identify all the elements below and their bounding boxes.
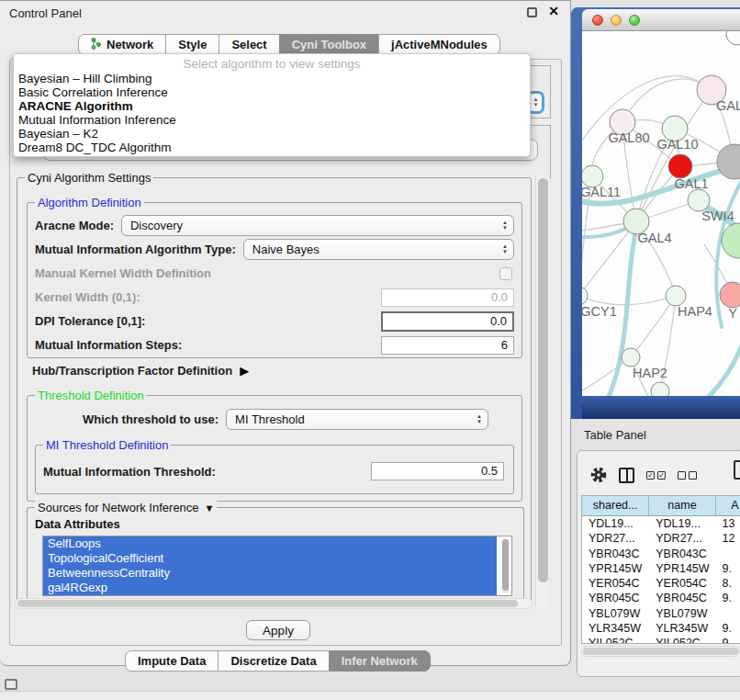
table-cell: YDL19... (582, 516, 649, 531)
page-icon[interactable] (734, 460, 740, 480)
table-header-row: shared...nameA (582, 496, 740, 516)
network-node-GAL1[interactable] (668, 154, 692, 178)
node-table[interactable]: shared...nameA YDL19...YDL19...13YDR27..… (581, 495, 740, 644)
network-icon (91, 38, 102, 52)
control-panel-window: Control Panel ✕ NetworkStyleSelectCyni T… (0, 0, 571, 666)
network-window-titlebar[interactable] (582, 9, 740, 31)
network-view-window: GALGAL80GAL10GAL1GAL11SWI4GAL4GCY1HAP4YH… (571, 7, 740, 419)
expander-down-icon[interactable]: ▼ (205, 502, 215, 514)
tab-discretize-data[interactable]: Discretize Data (218, 650, 329, 672)
table-cell: 13 (716, 516, 740, 531)
float-window-icon[interactable] (527, 7, 537, 17)
network-edge-highlighted[interactable] (670, 329, 740, 396)
table-row[interactable]: YBR045CYBR045C9. (582, 591, 740, 605)
attribute-item-gal4rgexp[interactable]: gal4RGexp (43, 581, 497, 595)
network-node-bottom-edge-node[interactable] (651, 382, 669, 396)
settings-horizontal-scrollbar[interactable] (15, 598, 533, 609)
mi-threshold-field[interactable]: 0.5 (371, 462, 504, 480)
checked-pair-icon[interactable]: ✓✓ (646, 471, 666, 480)
which-threshold-select[interactable]: MI Threshold ▲▼ (226, 409, 488, 430)
table-cell: 9 (716, 636, 740, 644)
tab-cyni-toolbox[interactable]: Cyni Toolbox (279, 34, 379, 55)
close-traffic-light-icon[interactable] (592, 15, 603, 26)
apply-button[interactable]: Apply (246, 620, 310, 640)
threshold-definition-group: Threshold Definition Which threshold to … (27, 395, 522, 502)
gear-icon[interactable] (590, 467, 607, 483)
control-panel-titlebar[interactable]: Control Panel ✕ (0, 1, 570, 25)
zoom-traffic-light-icon[interactable] (629, 15, 640, 26)
network-canvas[interactable]: GALGAL80GAL10GAL1GAL11SWI4GAL4GCY1HAP4YH… (582, 31, 740, 396)
window-title: Control Panel (9, 6, 82, 20)
aracne-mode-select[interactable]: Discovery ▲▼ (121, 215, 514, 236)
hidden-groupbox-border (531, 65, 551, 66)
minimize-traffic-light-icon[interactable] (611, 15, 622, 26)
dpi-tolerance-field[interactable]: 0.0 (381, 311, 514, 332)
table-row[interactable]: YDL19...YDL19...13 (582, 516, 740, 531)
tab-select[interactable]: Select (219, 34, 279, 55)
combo-stepper-icon: ▲▼ (497, 244, 513, 254)
table-row[interactable]: YPR145WYPR145W9. (582, 561, 740, 576)
algorithm-dropdown-popup: Select algorithm to view settings Bayesi… (13, 53, 531, 157)
network-graph: GALGAL80GAL10GAL1GAL11SWI4GAL4GCY1HAP4YH… (582, 31, 740, 396)
column-header-name[interactable]: name (649, 496, 715, 515)
table-panel: ✓✓ shared...nameA YDL19...YDL19...13YDR2… (577, 450, 740, 677)
algorithm-option-mutual-information-inference[interactable]: Mutual Information Inference (14, 113, 530, 127)
column-header-a[interactable]: A (716, 496, 740, 515)
network-node-gray-node[interactable] (717, 144, 740, 179)
mi-steps-label: Mutual Information Steps: (35, 338, 182, 352)
table-row[interactable]: YDR27...YDR27...12 (582, 531, 740, 546)
data-attributes-list[interactable]: SelfLoopsTopologicalCoefficientBetweenne… (42, 536, 512, 596)
manual-kernel-checkbox[interactable] (499, 267, 512, 280)
table-row[interactable]: YIL052CYIL052C9 (582, 636, 740, 644)
algorithm-option-aracne-algorithm[interactable]: ARACNE Algorithm (14, 99, 530, 113)
column-header-shared-[interactable]: shared... (582, 496, 649, 515)
table-row[interactable]: YER054CYER054C8. (582, 576, 740, 591)
tab-impute-data[interactable]: Impute Data (125, 650, 219, 672)
unchecked-pair-icon[interactable] (678, 471, 697, 480)
close-icon[interactable]: ✕ (548, 4, 559, 18)
columns-icon[interactable] (619, 468, 634, 483)
kernel-width-row: Kernel Width (0,1): 0.0 (35, 287, 514, 308)
tab-network[interactable]: Network (78, 34, 166, 55)
kernel-width-field[interactable]: 0.0 (381, 288, 514, 307)
algorithm-option-bayesian-k2[interactable]: Bayesian – K2 (14, 127, 530, 141)
network-node-top-edge-node[interactable] (726, 31, 740, 45)
network-node-label-SWI4: SWI4 (701, 209, 734, 223)
network-node-HAP2[interactable] (622, 348, 640, 367)
network-node-HAP4[interactable] (666, 286, 686, 306)
table-row[interactable]: YBL079WYBL079W (582, 606, 740, 621)
tab-infer-network[interactable]: Infer Network (329, 650, 431, 672)
expander-right-icon: ▶ (240, 364, 249, 378)
table-cell (716, 606, 740, 621)
attribute-item-betweennesscentrality[interactable]: BetweennessCentrality (43, 566, 497, 581)
mi-algorithm-type-select[interactable]: Naive Bayes ▲▼ (243, 239, 514, 260)
tab-jactivemnodules[interactable]: jActiveMNodules (378, 34, 500, 55)
tab-label: jActiveMNodules (391, 38, 488, 51)
settings-vertical-scrollbar[interactable] (535, 175, 549, 607)
network-node-GCY1[interactable] (582, 287, 588, 305)
minimized-window-icon[interactable] (5, 679, 17, 690)
network-node-salmon-node[interactable] (720, 282, 740, 308)
table-row[interactable]: YBR043CYBR043C (582, 547, 740, 561)
mi-steps-field[interactable]: 6 (381, 336, 514, 355)
attribute-item-topologicalcoefficient[interactable]: TopologicalCoefficient (43, 551, 497, 566)
table-cell: YLR345W (649, 621, 715, 636)
table-cell: YBR045C (649, 591, 715, 605)
table-panel-title: Table Panel (584, 428, 646, 442)
dpi-tolerance-row: DPI Tolerance [0,1]: 0.0 (35, 310, 514, 332)
attribute-item-selfloops[interactable]: SelfLoops (43, 536, 497, 551)
algorithm-option-basic-correlation-inference[interactable]: Basic Correlation Inference (14, 85, 530, 99)
network-node-label-salmon-node: Y (728, 306, 737, 321)
table-row[interactable]: YLR345WYLR345W9. (582, 621, 740, 636)
hidden-groupbox-border (550, 125, 551, 178)
table-cell: YDR27... (582, 531, 649, 546)
attribute-list-scrollbar[interactable] (501, 538, 510, 593)
sources-group: Sources for Network Inference ▼ Data Att… (27, 507, 524, 599)
algorithm-option-bayesian-hill-climbing[interactable]: Bayesian – Hill Climbing (14, 72, 530, 85)
tab-style[interactable]: Style (165, 34, 219, 55)
hub-definition-expander[interactable]: Hub/Transcription Factor Definition ▶ (32, 364, 249, 378)
table-horizontal-scrollbar[interactable] (581, 646, 740, 657)
algorithm-option-dream8-dc-tdc-algorithm[interactable]: Dream8 DC_TDC Algorithm (14, 141, 530, 154)
kernel-width-label: Kernel Width (0,1): (35, 290, 140, 304)
table-cell: YBL079W (649, 606, 715, 621)
